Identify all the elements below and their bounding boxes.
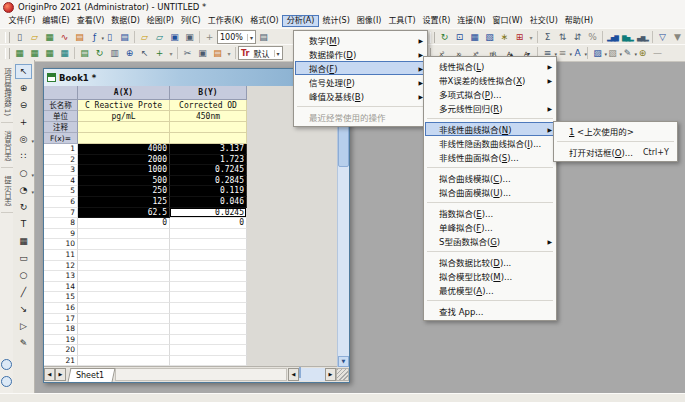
scroll-down-icon[interactable]: ▼ [338, 356, 349, 367]
data-connector-icon[interactable]: ▥ [107, 47, 122, 60]
row-number[interactable]: 3 [44, 165, 78, 176]
menubar-item[interactable]: 连接(N) [454, 15, 489, 27]
row-number[interactable]: 8 [44, 218, 78, 229]
data-filter-add-icon[interactable]: ▽ [655, 31, 670, 44]
menu-item[interactable]: 查找 App... [425, 304, 555, 318]
cell[interactable]: 0.119 [170, 186, 247, 197]
tab-scroll-left-icon[interactable]: ◀ [44, 368, 55, 381]
menu-item[interactable]: 单峰拟合(F)... [425, 220, 555, 234]
cell[interactable]: 0.2845 [170, 176, 247, 187]
menu-item[interactable]: 指数拟合(E)... [425, 206, 555, 220]
cell[interactable] [78, 239, 170, 250]
save-icon[interactable]: ▣ [167, 31, 182, 44]
pointer-tool-icon[interactable]: ↖ [15, 64, 32, 79]
toolbar-grip[interactable] [430, 32, 435, 43]
menu-item[interactable]: 信号处理(P)▶ [295, 75, 426, 89]
cell[interactable] [170, 261, 247, 272]
new-notes-icon[interactable]: ▤ [117, 31, 132, 44]
menubar-item[interactable]: 工作表(K) [204, 15, 247, 27]
cell[interactable] [170, 345, 247, 356]
sheet-tab[interactable]: Sheet1 [68, 368, 116, 382]
row-number[interactable]: 4 [44, 176, 78, 187]
plot-bar-chart-icon[interactable]: ▂▅▇ [605, 31, 620, 44]
import-wizard-icon[interactable]: ▦ [12, 47, 27, 60]
row-number[interactable]: 18 [44, 324, 78, 335]
menubar-item[interactable]: 分析(A) [282, 15, 319, 27]
menu-item[interactable]: 拟合曲线模拟(C)... [425, 171, 555, 185]
save-template-icon[interactable]: ▣ [182, 31, 197, 44]
cell[interactable] [78, 356, 170, 367]
add-sparklines-icon[interactable]: ⊞ [512, 31, 527, 44]
open-icon[interactable]: ▱ [137, 31, 152, 44]
menubar-item[interactable]: 数据(D) [108, 15, 143, 27]
menubar-item[interactable]: 设置(R) [419, 15, 454, 27]
cell[interactable] [78, 261, 170, 272]
cell[interactable] [170, 335, 247, 346]
cell[interactable]: 125 [78, 197, 170, 208]
sort-column-icon[interactable]: ⇵ [570, 31, 585, 44]
options-gear-icon[interactable]: ∗ [497, 31, 512, 44]
cell[interactable] [170, 292, 247, 303]
row-number[interactable]: 9 [44, 229, 78, 240]
import-database-icon[interactable]: ▤ [77, 47, 92, 60]
rectangle-tool-icon[interactable]: ▭ [15, 251, 32, 266]
cell[interactable] [170, 122, 247, 133]
highlight-color-icon[interactable]: ▧▾ [605, 47, 620, 60]
cell[interactable]: Corrected OD [170, 100, 247, 111]
menu-item[interactable]: 非线性曲面拟合(S)... [425, 150, 555, 164]
row-label[interactable]: 注释 [44, 122, 78, 133]
menu-item[interactable]: 带X误差的线性拟合(X)▶ [425, 73, 555, 87]
zoom-in-tool-icon[interactable]: ⊕ [15, 81, 32, 96]
row-number[interactable]: 11 [44, 250, 78, 261]
glow-icon[interactable]: ⊛ [635, 47, 650, 60]
mask-tool-icon[interactable]: ◔▾ [15, 183, 32, 198]
cell[interactable]: 0.7245 [170, 165, 247, 176]
cell[interactable] [78, 335, 170, 346]
row-number[interactable]: 5 [44, 186, 78, 197]
cell[interactable]: 1000 [78, 165, 170, 176]
cell[interactable] [78, 345, 170, 356]
row-number[interactable]: 21 [44, 356, 78, 367]
row-number[interactable]: 15 [44, 292, 78, 303]
menu-item[interactable]: 拟合数据比较(D)... [425, 255, 555, 269]
menu-item[interactable]: 数据操作(D)▶ [295, 47, 426, 61]
add-connector-icon[interactable]: + [152, 47, 167, 60]
new-matrix-icon[interactable]: ▤ [72, 31, 87, 44]
font-combo[interactable]: Tr默认▾ [238, 46, 283, 60]
cell[interactable] [78, 250, 170, 261]
row-number[interactable]: 2 [44, 155, 78, 166]
menu-item[interactable]: 最近经常使用的操作 [295, 110, 426, 124]
new-folder-icon[interactable]: ▱ [27, 31, 42, 44]
cell[interactable] [78, 314, 170, 325]
toolbar-grip[interactable] [5, 32, 10, 43]
menubar-item[interactable]: 帮助(H) [561, 15, 596, 27]
rotate-tool-icon[interactable]: ↻ [15, 200, 32, 215]
line-color-icon[interactable]: ✎▾ [620, 47, 635, 60]
polygon-tool-icon[interactable]: ▷ [15, 319, 32, 334]
cell[interactable] [170, 324, 247, 335]
import-ascii-icon[interactable]: ▦ [27, 47, 42, 60]
cell[interactable]: 2000 [78, 155, 170, 166]
cell[interactable] [78, 122, 170, 133]
new-project-icon[interactable]: ▯ [12, 31, 27, 44]
hscroll-left-icon[interactable]: ◀ [288, 368, 299, 381]
menubar-item[interactable]: 编辑(E) [39, 15, 73, 27]
horizontal-scroll-thumb[interactable] [299, 367, 301, 378]
cell[interactable] [170, 314, 247, 325]
cell[interactable] [170, 356, 247, 367]
menu-item[interactable]: 数学(M)▶ [295, 33, 426, 47]
copy-icon[interactable]: ▣ [195, 47, 210, 60]
menu-item[interactable]: 打开对话框(O)...Ctrl+Y [555, 145, 676, 159]
new-graph-icon[interactable]: ∿ [57, 31, 72, 44]
cell[interactable]: pg/mL [78, 111, 170, 122]
zoom-level-combo[interactable]: 100%▾ [217, 30, 256, 44]
menubar-item[interactable]: 社交(U) [526, 15, 561, 27]
menubar-item[interactable]: 列(C) [177, 15, 204, 27]
row-label[interactable]: F(x)= [44, 133, 78, 144]
cell[interactable] [170, 250, 247, 261]
menubar-item[interactable]: 图像(I) [353, 15, 385, 27]
row-label[interactable]: 长名称 [44, 100, 78, 111]
menubar-item[interactable]: 统计(S) [319, 15, 353, 27]
cell[interactable] [170, 271, 247, 282]
menu-item[interactable]: 多项式拟合(P)... [425, 87, 555, 101]
